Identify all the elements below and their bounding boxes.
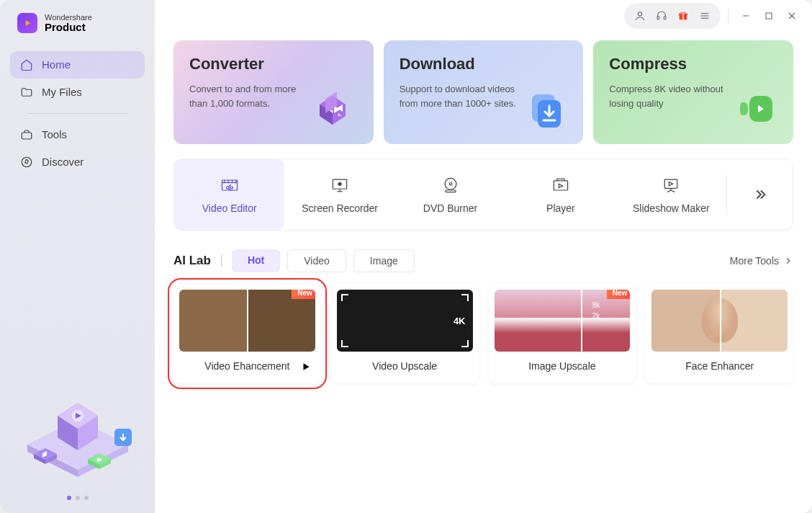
ailab-title: AI Lab <box>173 254 211 268</box>
maximize-icon <box>763 10 775 22</box>
sidebar-label-home: Home <box>42 58 71 71</box>
headset-icon <box>656 10 667 22</box>
brand: Wondershare Product <box>0 13 155 51</box>
svg-point-36 <box>449 183 452 186</box>
maximize-button[interactable] <box>759 6 779 26</box>
more-tools-link[interactable]: More Tools <box>730 255 793 267</box>
tool-slideshow[interactable]: Slideshow Maker <box>616 159 726 230</box>
gift-icon <box>677 10 689 22</box>
svg-rect-38 <box>554 181 567 190</box>
compass-icon <box>20 156 33 169</box>
titlebar-separator <box>728 9 728 23</box>
sidebar-illustration <box>0 376 155 484</box>
gift-button[interactable] <box>673 6 693 26</box>
hero-card-download[interactable]: Download Support to download videos from… <box>384 40 584 144</box>
chevron-right-icon <box>783 256 793 266</box>
svg-rect-42 <box>665 179 678 188</box>
thumb-video-enhancement: New <box>179 290 315 352</box>
svg-line-44 <box>667 190 671 192</box>
svg-point-35 <box>445 178 456 189</box>
sidebar-label-discover: Discover <box>42 156 84 168</box>
svg-point-28 <box>230 187 233 189</box>
dvd-icon <box>441 175 461 195</box>
video-editor-icon <box>220 175 240 195</box>
hero-card-compress[interactable]: Compress Compress 8K video without losin… <box>593 40 793 144</box>
brand-bottom: Product <box>45 22 92 34</box>
tools-more-button[interactable] <box>726 174 793 216</box>
card-title-video-enhancement: Video Ehancement <box>204 360 289 372</box>
ailab-header: AI Lab Hot Video Image More Tools <box>173 249 793 272</box>
support-button[interactable] <box>651 6 672 26</box>
svg-line-45 <box>671 190 675 192</box>
hero-title-download: Download <box>400 55 568 73</box>
slideshow-icon <box>661 175 681 195</box>
toolbox-icon <box>20 128 33 141</box>
account-button[interactable] <box>630 6 650 26</box>
card-title-image-upscale: Image Upscale <box>528 360 595 372</box>
nav: Home My Files Tools Discover <box>0 51 155 176</box>
card-video-upscale[interactable]: 4K Video Upscale <box>331 284 479 383</box>
compress-icon <box>731 84 782 134</box>
menu-button[interactable] <box>695 6 715 26</box>
hero-desc-download: Support to download videos from more tha… <box>400 82 522 110</box>
ailab-tabs: Hot Video Image <box>232 249 415 272</box>
hamburger-icon <box>699 10 710 22</box>
minimize-button[interactable] <box>736 6 756 26</box>
main-area: Converter Convert to and from more than … <box>155 0 812 513</box>
pager-dot-2[interactable] <box>76 496 80 500</box>
ailab-separator <box>221 254 222 267</box>
card-image-upscale[interactable]: New 8k 2k Image Upscale <box>489 284 636 383</box>
ailab-tab-image[interactable]: Image <box>353 249 415 272</box>
more-tools-label: More Tools <box>730 255 779 267</box>
sidebar-item-myfiles[interactable]: My Files <box>10 79 145 106</box>
sidebar-item-discover[interactable]: Discover <box>10 148 145 176</box>
tool-dvd-burner[interactable]: DVD Burner <box>395 159 505 230</box>
card-face-enhancer[interactable]: Face Enhancer <box>646 284 793 383</box>
hero-desc-converter: Convert to and from more than 1,000 form… <box>189 82 312 110</box>
tool-player[interactable]: Player <box>505 159 615 230</box>
pager-dot-1[interactable] <box>67 496 71 500</box>
svg-rect-9 <box>682 14 683 20</box>
titlebar-group <box>624 3 721 29</box>
sidebar-pager[interactable] <box>0 496 155 500</box>
close-button[interactable] <box>782 6 802 26</box>
home-icon <box>20 58 33 71</box>
hero-card-converter[interactable]: Converter Convert to and from more than … <box>173 40 374 144</box>
tool-label-player: Player <box>546 202 575 214</box>
sidebar: Wondershare Product Home My Files Tools … <box>0 0 155 513</box>
thumb-video-upscale: 4K <box>337 290 473 352</box>
cards-row: New Video Ehancement 4K Video Upscale Ne… <box>173 284 793 383</box>
card-video-enhancement[interactable]: New Video Ehancement <box>173 284 321 383</box>
pager-dot-3[interactable] <box>84 496 89 500</box>
nav-divider <box>27 113 127 114</box>
tool-label-slideshow: Slideshow Maker <box>633 202 710 214</box>
sidebar-item-tools[interactable]: Tools <box>10 121 145 148</box>
tool-label-video-editor: Video Editor <box>202 202 257 214</box>
titlebar <box>155 0 812 32</box>
hero-title-compress: Compress <box>609 55 777 73</box>
sidebar-item-home[interactable]: Home <box>10 51 145 79</box>
svg-rect-5 <box>657 17 659 19</box>
resolution-labels: 8k 2k <box>592 300 600 321</box>
svg-rect-6 <box>664 17 666 19</box>
ailab-tab-video[interactable]: Video <box>287 249 346 272</box>
close-icon <box>786 10 798 22</box>
sidebar-label-myfiles: My Files <box>42 86 82 98</box>
sidebar-label-tools: Tools <box>42 128 67 140</box>
label-4k: 4K <box>454 316 466 326</box>
hero-row: Converter Convert to and from more than … <box>173 40 793 144</box>
thumb-face-enhancer <box>651 290 788 352</box>
user-icon <box>634 10 646 22</box>
tool-label-dvd-burner: DVD Burner <box>423 202 477 214</box>
tool-video-editor[interactable]: Video Editor <box>174 159 284 230</box>
tool-screen-recorder[interactable]: Screen Recorder <box>284 159 394 230</box>
svg-rect-0 <box>22 133 32 139</box>
badge-new: New <box>292 290 315 299</box>
minimize-icon <box>740 10 752 22</box>
thumb-image-upscale: New 8k 2k <box>495 290 631 352</box>
download-icon <box>521 84 572 134</box>
svg-point-1 <box>22 157 32 167</box>
ailab-tab-hot[interactable]: Hot <box>232 249 280 272</box>
card-title-video-upscale: Video Upscale <box>372 360 437 372</box>
hero-desc-compress: Compress 8K video without losing quality <box>609 82 731 110</box>
